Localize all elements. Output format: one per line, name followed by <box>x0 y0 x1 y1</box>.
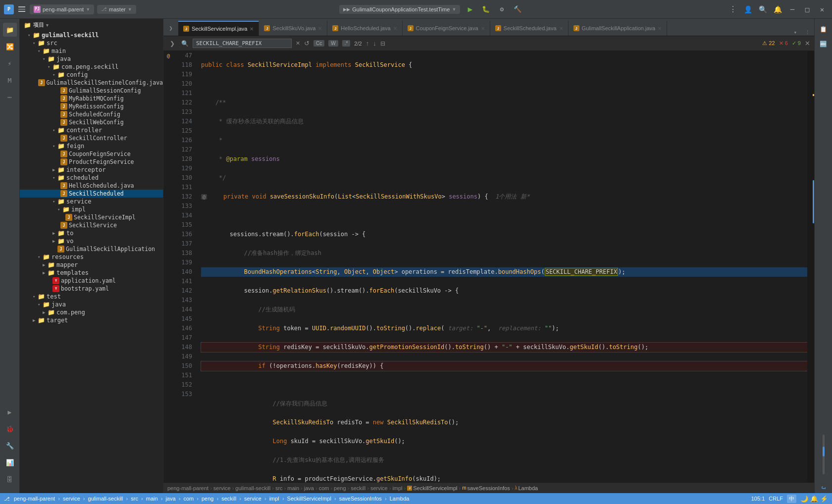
branch-selector[interactable]: ⎇ master ▼ <box>97 5 136 14</box>
status-gulimall[interactable]: gulimall-seckill <box>88 496 123 502</box>
status-seckill[interactable]: seckill <box>221 496 236 502</box>
breadcrumb-seckill-pkg[interactable]: seckill <box>351 485 365 491</box>
sidebar-icon-profiler[interactable]: 📊 <box>3 455 17 469</box>
tree-item-com-peng[interactable]: ▶ 📁 com.peng <box>20 308 163 316</box>
tab-close-seckill-service-impl[interactable]: ✕ <box>250 26 254 32</box>
sidebar-icon-maven[interactable]: M <box>3 73 17 87</box>
tree-item-config[interactable]: ▾ 📁 config <box>20 71 163 79</box>
sidebar-icon-database[interactable]: 🗄 <box>3 472 17 486</box>
tree-item-bootstrap-yaml[interactable]: Y bootstrap.yaml <box>20 285 163 293</box>
search-filter-btn[interactable]: ⊟ <box>380 40 385 47</box>
breadcrumb-src[interactable]: src <box>275 485 283 491</box>
breadcrumb-service[interactable]: service <box>213 485 231 491</box>
status-class[interactable]: SeckillServiceImpl <box>287 496 331 502</box>
menu-icon[interactable] <box>17 4 27 14</box>
tree-item-redisson[interactable]: J MyRedissonConfig <box>20 102 163 110</box>
breadcrumb-seckill[interactable]: gulimall-seckill <box>235 485 270 491</box>
tree-item-to[interactable]: ▶ 📁 to <box>20 229 163 237</box>
tree-item-interceptor[interactable]: ▶ 📁 interceptor <box>20 166 163 174</box>
tree-item-templates[interactable]: ▶ 📁 templates <box>20 269 163 277</box>
coverage-button[interactable]: ⚙ <box>496 3 508 15</box>
minimize-button[interactable]: ─ <box>786 3 798 15</box>
goto-line-btn[interactable]: ❯ <box>167 39 177 49</box>
tree-item-coupon-feign[interactable]: J CouponFeignService <box>20 150 163 158</box>
tree-item-seckill-service-impl[interactable]: J SeckillServiceImpl <box>20 213 163 221</box>
tab-close-coupon-feign[interactable]: ✕ <box>481 26 485 31</box>
sidebar-icon-more[interactable]: ⋯ <box>3 90 17 104</box>
tab-close-seckill-sku-vo[interactable]: ✕ <box>318 26 322 31</box>
breadcrumb-impl-pkg[interactable]: impl <box>392 485 402 491</box>
tab-seckill-scheduled[interactable]: J SeckillScheduled.java ✕ <box>490 21 569 36</box>
tree-item-test[interactable]: ▾ 📁 test <box>20 293 163 301</box>
tree-item-session-config[interactable]: J GulimallSessionConfig <box>20 87 163 95</box>
tree-item-product-feign[interactable]: J ProductFeignService <box>20 158 163 166</box>
tree-item-scheduled[interactable]: ▾ 📁 scheduled <box>20 174 163 182</box>
status-lambda[interactable]: Lambda <box>390 496 410 502</box>
expand-sidebar-btn[interactable]: ❯ <box>163 21 178 36</box>
tree-item-impl[interactable]: ▾ 📁 impl <box>20 205 163 213</box>
tree-item-service[interactable]: ▾ 📁 service <box>20 198 163 205</box>
notifications-icon[interactable]: 🔔 <box>772 3 783 15</box>
sidebar-icon-structure[interactable]: ⚡ <box>3 56 17 70</box>
tree-item-main[interactable]: ▾ 📁 main <box>20 47 163 55</box>
tree-item-java[interactable]: ▾ 📁 java <box>20 55 163 63</box>
status-com[interactable]: com <box>183 496 194 502</box>
status-src[interactable]: src <box>131 496 138 502</box>
tree-item-test-java[interactable]: ▾ 📁 java <box>20 301 163 308</box>
status-method[interactable]: saveSessionInfos <box>339 496 382 502</box>
tree-item-src[interactable]: ▾ 📁 src <box>20 39 163 47</box>
breadcrumb-main[interactable]: main <box>287 485 299 491</box>
close-button[interactable]: ✕ <box>816 3 828 15</box>
search-input[interactable] <box>193 39 292 48</box>
search-regex-btn[interactable]: .* <box>342 40 351 47</box>
tree-item-seckill-scheduled[interactable]: J SeckillScheduled <box>20 190 163 198</box>
status-root[interactable]: peng-mall-parent <box>14 496 55 502</box>
search-clear-btn[interactable]: ✕ <box>296 40 300 47</box>
tree-item-controller[interactable]: ▾ 📁 controller <box>20 126 163 134</box>
status-peng[interactable]: peng <box>202 496 213 502</box>
breadcrumb-method[interactable]: m saveSessionInfos <box>462 485 510 491</box>
tree-item-main-app[interactable]: J GulimallSeckillApplication <box>20 245 163 253</box>
sidebar-icon-debug[interactable]: 🐞 <box>3 422 17 436</box>
tree-item-mapper[interactable]: ▶ 📁 mapper <box>20 261 163 269</box>
run-button[interactable]: ▶ <box>464 3 476 15</box>
status-service2[interactable]: service <box>244 496 261 502</box>
status-main[interactable]: main <box>146 496 158 502</box>
breadcrumb-lambda[interactable]: λ Lambda <box>515 485 538 491</box>
breadcrumb-class[interactable]: J SeckillServiceImpl <box>407 485 457 491</box>
search-prev-result[interactable]: ↑ <box>366 40 369 47</box>
maximize-button[interactable]: □ <box>801 3 813 15</box>
search-next-result[interactable]: ↓ <box>373 40 376 47</box>
tree-item-scheduled-config[interactable]: J ScheduledConfig <box>20 110 163 118</box>
tab-gulimall-app[interactable]: J GulimallSeckillApplication.java ✕ <box>569 21 668 36</box>
tree-item-resources[interactable]: ▾ 📁 resources <box>20 253 163 261</box>
more-icon[interactable]: ⋮ <box>727 3 739 15</box>
breadcrumb-service-pkg[interactable]: service <box>370 485 388 491</box>
tab-hello-scheduled[interactable]: J HelloScheduled.java ✕ <box>327 21 402 36</box>
tree-item-gulimall-seckill[interactable]: ▾ 📁 gulimall-seckill <box>20 31 163 39</box>
sidebar-icon-vcs[interactable]: 🔀 <box>3 40 17 53</box>
breadcrumb-peng[interactable]: peng <box>334 485 346 491</box>
tree-item-seckill-service[interactable]: J SeckillService <box>20 221 163 229</box>
tab-close-hello-scheduled[interactable]: ✕ <box>393 26 397 31</box>
search-close-btn[interactable]: ✕ <box>805 40 810 47</box>
breadcrumb-root[interactable]: peng-mall-parent <box>167 485 208 491</box>
tree-item-package[interactable]: ▾ 📁 com.peng.seckill <box>20 63 163 71</box>
tree-item-feign[interactable]: ▾ 📁 feign <box>20 142 163 150</box>
tab-seckill-service-impl[interactable]: J SeckillServiceImpl.java ✕ <box>178 21 259 36</box>
sidebar-icon-services[interactable]: 🔧 <box>3 439 17 453</box>
tree-item-rabbit[interactable]: J MyRabbitMQConfig <box>20 95 163 102</box>
build-icon[interactable]: 🔨 <box>512 3 523 15</box>
status-input-method[interactable]: 中 <box>787 495 796 503</box>
breadcrumb-com[interactable]: com <box>319 485 329 491</box>
tab-close-seckill-scheduled[interactable]: ✕ <box>559 26 563 31</box>
project-selector[interactable]: PJ peng-mall-parent ▼ <box>30 4 94 14</box>
search-prev-btn[interactable]: ↺ <box>304 40 310 47</box>
tab-close-gulimall-app[interactable]: ✕ <box>658 26 662 31</box>
debug-button[interactable]: 🐛 <box>480 3 492 15</box>
sidebar-icon-project[interactable]: 📁 <box>3 23 17 37</box>
tree-item-web-config[interactable]: J SeckillWebConfig <box>20 118 163 126</box>
right-icon-1[interactable]: 📋 <box>817 23 830 36</box>
tree-item-hello-scheduled[interactable]: J HelloScheduled.java <box>20 182 163 190</box>
search-icon[interactable]: 🔍 <box>757 3 769 15</box>
